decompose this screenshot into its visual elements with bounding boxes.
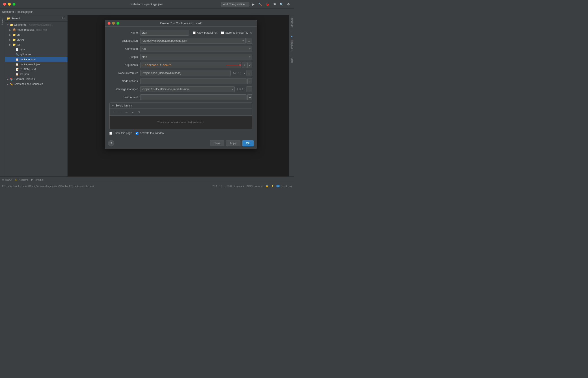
tree-item-test[interactable]: ▶ 📁 test	[5, 42, 67, 47]
no-tasks-message: There are no tasks to run before launch	[157, 121, 204, 124]
debug-button[interactable]: 🐞	[265, 2, 270, 6]
before-launch-remove-button[interactable]: −	[118, 110, 123, 115]
command-select[interactable]: run	[140, 46, 252, 52]
event-log-item[interactable]: 1 Event Log	[276, 185, 292, 188]
structure-panel-label[interactable]: Structure	[290, 17, 293, 27]
project-panel-icon-group: ⊕ ≡	[62, 17, 66, 20]
traffic-lights[interactable]	[3, 3, 15, 6]
tree-label-package-json: package.json	[20, 58, 36, 61]
before-launch-title: Before launch	[115, 104, 132, 107]
ok-button[interactable]: OK	[242, 140, 254, 146]
tree-label-gitignore: .gitignore	[20, 53, 31, 56]
tree-item-node-modules[interactable]: ▶ 📦 node_modules library root	[5, 27, 67, 32]
args-add-button[interactable]: +	[242, 62, 247, 68]
close-button[interactable]: Close	[210, 140, 224, 146]
line-ending[interactable]: LF	[220, 185, 222, 188]
tree-item-src[interactable]: ▶ 📁 src	[5, 32, 67, 37]
node-interpreter-row: Node interpreter: Project node (/usr/loc…	[109, 70, 252, 76]
maximize-button[interactable]	[13, 3, 15, 6]
tree-label-test: test	[17, 43, 21, 46]
before-launch-add-button[interactable]: +	[111, 110, 117, 115]
dialog-close-button[interactable]	[107, 22, 110, 25]
close-button[interactable]	[3, 3, 6, 6]
before-launch-move-down-button[interactable]: ▼	[136, 110, 142, 115]
package-json-select[interactable]: ~/Sites/fwang/webstorm/package.json	[140, 38, 246, 44]
file-type[interactable]: JSON: package	[246, 185, 263, 188]
dialog-footer-right: Close Apply OK	[210, 140, 254, 146]
tree-item-env[interactable]: 📄 .env	[5, 47, 67, 52]
tree-item-package-json[interactable]: 📋 package.json	[5, 57, 67, 62]
before-launch-header[interactable]: ▼ Before launch	[110, 103, 252, 109]
tree-label-readme: README.md	[20, 68, 36, 71]
node-options-input[interactable]	[140, 78, 247, 84]
activate-tool-window-checkbox[interactable]	[136, 132, 139, 135]
search-button[interactable]: 🔍	[279, 2, 284, 6]
breadcrumb-webstorm[interactable]: webstorm	[2, 10, 14, 14]
tree-item-readme[interactable]: 📝 README.md	[5, 67, 67, 72]
tree-item-webstorm[interactable]: ▼ 📁 webstorm ~/Sites/fwang/websto...	[5, 22, 67, 27]
allow-parallel-run-checkbox[interactable]	[193, 31, 196, 34]
environment-label: Environment:	[109, 96, 139, 99]
build-button[interactable]: 🔨	[257, 2, 263, 6]
environment-table-button[interactable]: ☰	[247, 94, 252, 100]
package-json-input-group: ~/Sites/fwang/webstorm/package.json ▼ …	[140, 38, 252, 44]
before-launch-section: ▼ Before launch + − ✏ ▲ ▼ There are no t…	[109, 102, 252, 129]
add-configuration-button[interactable]: Add Configuration...	[221, 2, 249, 6]
store-as-project-file-checkbox-row[interactable]: Store as project file ⚙	[221, 31, 252, 34]
project-tree: ▼ 📁 webstorm ~/Sites/fwang/websto... ▶ 📦…	[5, 22, 67, 176]
settings-button[interactable]: ⚙	[286, 2, 291, 6]
tree-item-sst-json[interactable]: 📋 sst.json	[5, 72, 67, 77]
package-json-browse-button[interactable]: …	[247, 38, 252, 44]
settings-gear-icon: ⚙	[250, 31, 252, 34]
environment-input[interactable]	[140, 94, 247, 100]
problems-tool-item[interactable]: ⚠ Problems	[15, 178, 28, 181]
arguments-input[interactable]	[140, 62, 241, 68]
breadcrumb-file[interactable]: package.json	[17, 10, 33, 14]
favorites-star-icon: ★	[290, 35, 293, 38]
node-options-expand-button[interactable]: ⤢	[247, 78, 252, 84]
tree-item-stacks[interactable]: ▶ 📁 stacks	[5, 37, 67, 42]
node-interpreter-select[interactable]: Project node (/usr/local/bin/node)	[140, 70, 231, 76]
package-manager-browse-button[interactable]: …	[247, 86, 252, 92]
cursor-position[interactable]: 26:1	[212, 185, 217, 188]
tree-item-scratches-consoles[interactable]: ▶ ✏️ Scratches and Consoles	[5, 81, 67, 87]
stop-button[interactable]: ⏹	[272, 2, 277, 6]
status-bar: ESLint is enabled: 'eslintConfig' is in …	[0, 183, 294, 189]
encoding[interactable]: UTF-8	[225, 185, 232, 188]
node-interpreter-browse-button[interactable]: …	[247, 70, 252, 76]
tree-label-node-modules: node_modules	[17, 28, 35, 31]
npm-panel-label[interactable]: npm	[290, 58, 293, 63]
run-button[interactable]: ▶	[251, 2, 255, 6]
tree-item-package-lock-json[interactable]: 📋 package-lock.json	[5, 62, 67, 67]
favorites-panel-label[interactable]: Favorites	[290, 40, 293, 51]
environment-input-group: ☰	[140, 94, 252, 100]
tree-item-gitignore[interactable]: 🔧 .gitignore	[5, 52, 67, 57]
tree-item-external-libraries[interactable]: ▶ 📚 External Libraries	[5, 77, 67, 81]
dialog-traffic-lights[interactable]	[107, 22, 119, 25]
package-manager-select[interactable]: Project /usr/local/lib/node_modules/npm	[140, 86, 235, 92]
scripts-select[interactable]: start	[140, 54, 252, 60]
help-button[interactable]: ?	[108, 140, 114, 146]
minimize-button[interactable]	[8, 3, 11, 6]
apply-button[interactable]: Apply	[226, 140, 240, 146]
name-input[interactable]	[140, 30, 189, 36]
todo-tool-item[interactable]: ≡ TODO	[2, 178, 12, 181]
show-this-page-checkbox[interactable]	[109, 132, 112, 135]
dialog-maximize-button[interactable]	[117, 22, 119, 25]
indent-setting[interactable]: 2 spaces	[234, 185, 244, 188]
project-panel-title: Project	[12, 17, 20, 20]
args-expand-button[interactable]: ⤢	[247, 62, 252, 68]
tree-badge-library-root: library root	[36, 29, 47, 31]
dialog-minimize-button[interactable]	[112, 22, 115, 25]
activate-tool-window-checkbox-row[interactable]: Activate tool window	[136, 132, 164, 135]
before-launch-toolbar: + − ✏ ▲ ▼	[110, 109, 252, 116]
allow-parallel-run-checkbox-row[interactable]: Allow parallel run	[193, 31, 217, 34]
terminal-tool-item[interactable]: ▶ Terminal	[31, 178, 43, 181]
store-as-project-file-checkbox[interactable]	[221, 31, 224, 34]
project-stripe-label[interactable]: Project	[1, 17, 4, 25]
tree-arrow: ▶	[9, 34, 12, 36]
before-launch-edit-button[interactable]: ✏	[124, 110, 129, 115]
show-this-page-checkbox-row[interactable]: Show this page	[109, 132, 132, 135]
before-launch-move-up-button[interactable]: ▲	[130, 110, 136, 115]
divider	[290, 31, 294, 31]
